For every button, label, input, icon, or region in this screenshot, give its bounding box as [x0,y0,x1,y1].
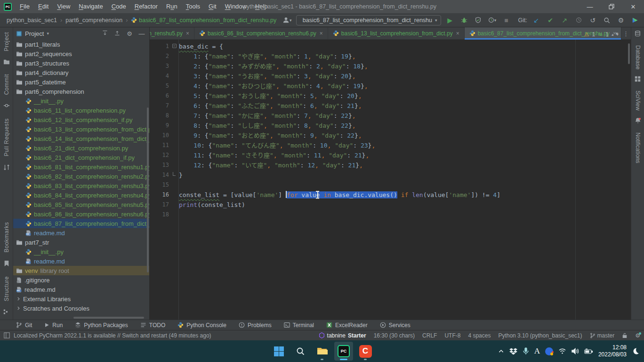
bell-icon[interactable] [635,117,641,124]
tool-strip-label-sciview[interactable]: SciView [635,90,641,110]
tray-expand-chevron-icon[interactable] [498,348,504,354]
structure-tool-icon[interactable] [3,309,9,315]
tree-item-basic6_84_list_comprehension_renshu4.py[interactable]: basic6_84_list_comprehension_renshu4.py [13,190,149,200]
code-area[interactable]: base_dic = { 1: {"name": "やぎ座", "month":… [179,40,631,320]
collapse-all-button[interactable] [113,30,122,37]
breadcrumb-item[interactable]: basic6_87_list_comprehension_from_dict_r… [130,17,277,24]
taskbar-clock[interactable]: 12:08 2022/08/03 [598,344,627,358]
gear-icon[interactable]: ⚙ [125,30,134,37]
tool-window-button-excelreader[interactable]: ExcelReader [326,322,368,329]
run-button[interactable]: ▶ [445,15,455,25]
sciview-tool-icon[interactable] [635,76,641,82]
gear-notification-icon[interactable]: ⚙ [635,332,640,339]
tabnine-status[interactable]: tabnineStarter [319,332,366,339]
menu-edit[interactable]: Edit [34,0,53,13]
debug-button[interactable] [459,15,469,25]
profiler-button[interactable]: ▾ [487,15,498,25]
inspection-widget[interactable]: ⚠ 1 ≋ 1 ▴ ▾ [584,31,619,38]
project-panel-title[interactable]: Project [25,30,44,37]
unlock-icon[interactable] [622,333,628,338]
git-commit-button[interactable]: ✔ [545,15,555,25]
tool-strip-label-database[interactable]: Database [635,45,641,69]
interpreter[interactable]: Python 3.10 (python_basic_sec1) [498,332,582,339]
minimize-button[interactable]: — [579,0,601,13]
tree-item-part5_datetime[interactable]: part5_datetime [13,77,149,87]
menu-tools[interactable]: Tools [182,0,204,13]
run-configuration-select[interactable]: basic6_87_list_comprehension_from_dict_r… [296,15,441,25]
tree-item-readme.md[interactable]: MDreadme.md [13,285,149,294]
tool-strip-label-project[interactable]: Project [3,32,10,51]
caret-position[interactable]: 16:30 (30 chars) [374,332,415,339]
tool-strip-label-pull-requests[interactable]: Pull Requests [3,118,10,156]
tree-item-basic6_83_list_comprehension_renshu3.py[interactable]: basic6_83_list_comprehension_renshu3.py [13,181,149,190]
tree-item-part1_literals[interactable]: part1_literals [13,40,149,49]
indent-setting[interactable]: 4 spaces [468,332,491,339]
tree-item-venv[interactable]: venv library root [13,266,149,275]
close-button[interactable]: ✕ [622,0,644,13]
battery-icon[interactable] [584,348,593,354]
menu-navigate[interactable]: Navigate [74,0,107,13]
tool-strip-label-bookmarks[interactable]: Bookmarks [3,222,10,253]
tool-window-button-todo[interactable]: TODO [140,322,165,329]
ime-indicator-icon[interactable]: A [534,346,540,356]
next-problem-icon[interactable]: ▾ [616,32,619,37]
tree-item-__init__.py[interactable]: __init__.py [13,247,149,256]
editor-area[interactable]: on_renshu5.py×basic6_86_list_comprehensi… [150,27,631,320]
menu-run[interactable]: Run [162,0,182,13]
project-horizontal-scrollbar[interactable] [73,317,144,319]
tool-window-button-git[interactable]: Git [16,322,32,329]
camtasia-button[interactable]: C [356,342,375,361]
tree-item-.gitignore[interactable]: .gitignore [13,275,149,285]
editor-tab[interactable]: basic6_13_list_comprehension_from_dict.p… [328,27,465,39]
microphone-icon[interactable] [523,347,529,355]
menu-view[interactable]: View [53,0,74,13]
tree-item-readme.md[interactable]: MDreadme.md [13,256,149,266]
start-button[interactable] [269,342,288,361]
menu-git[interactable]: Git [204,0,221,13]
dropbox-icon[interactable] [509,347,517,355]
pycharm-logo-icon[interactable]: PC [4,3,12,11]
close-icon[interactable]: × [186,30,189,37]
tree-item-basic6_12_list_comprehension_if.py[interactable]: basic6_12_list_comprehension_if.py [13,115,149,124]
tree-item-__init__.py[interactable]: __init__.py [13,96,149,106]
tree-item-basic6_86_list_comprehension_renshu6.py[interactable]: basic6_86_list_comprehension_renshu6.py [13,209,149,219]
tree-item-basic6_11_list_comprehension.py[interactable]: basic6_11_list_comprehension.py [13,106,149,115]
editor-scrollbar[interactable] [628,43,630,64]
fold-collapse-icon[interactable]: − [172,44,177,48]
tree-item-part2_sequences[interactable]: part2_sequences [13,49,149,58]
tree-item-basic6_81_list_comprehension_renshu1.py[interactable]: basic6_81_list_comprehension_renshu1.py [13,162,149,172]
project-tool-icon[interactable] [3,59,10,65]
git-history-button[interactable] [573,15,584,25]
tool-window-button-problems[interactable]: Problems [239,322,272,329]
hide-panel-button[interactable]: — [137,30,146,37]
status-message[interactable]: Localized PyCharm 2022.1.1 is available … [14,332,211,339]
plugin-icon[interactable] [630,15,640,25]
project-vertical-scrollbar[interactable] [147,107,149,272]
stop-button[interactable]: ■ [501,15,512,25]
tool-strip-label-notifications[interactable]: Notifications [635,132,641,163]
prev-problem-icon[interactable]: ▴ [612,32,614,37]
tool-window-button-terminal[interactable]: Terminal [284,322,314,329]
menu-refactor[interactable]: Refactor [130,0,162,13]
coverage-button[interactable] [473,15,483,25]
night-mode-moon-icon[interactable] [632,347,639,355]
tree-item-part6_comprehension[interactable]: part6_comprehension [13,87,149,96]
close-icon[interactable]: × [320,30,323,37]
breadcrumb-item[interactable]: python_basic_sec1 [6,17,58,24]
breadcrumb-item[interactable]: part6_comprehension [64,17,123,24]
close-icon[interactable]: × [456,30,459,37]
git-push-button[interactable]: ↗ [559,15,570,25]
tool-strip-label-commit[interactable]: Commit [3,74,10,95]
tool-window-button-run[interactable]: Run [44,322,63,329]
tree-item-basic6_85_list_comprehension_renshu5.py[interactable]: basic6_85_list_comprehension_renshu5.py [13,200,149,209]
tree-item-basic6_87_list_comprehension_from_dict_renshu.py[interactable]: basic6_87_list_comprehension_from_dict_r… [13,219,149,228]
tree-item-ExternalLibraries[interactable]: External Libraries [13,294,149,304]
commit-tool-icon[interactable] [3,102,10,109]
tool-window-switcher-icon[interactable] [4,332,10,338]
browser-sphere-icon[interactable] [545,347,553,355]
tool-window-button-python-console[interactable]: Python Console [177,322,226,329]
tree-item-part7_str[interactable]: part7_str [13,238,149,247]
editor-tab[interactable]: basic6_86_list_comprehension_renshu6.py× [194,27,328,39]
git-update-button[interactable]: ↙ [531,15,541,25]
restore-button[interactable] [601,0,622,13]
